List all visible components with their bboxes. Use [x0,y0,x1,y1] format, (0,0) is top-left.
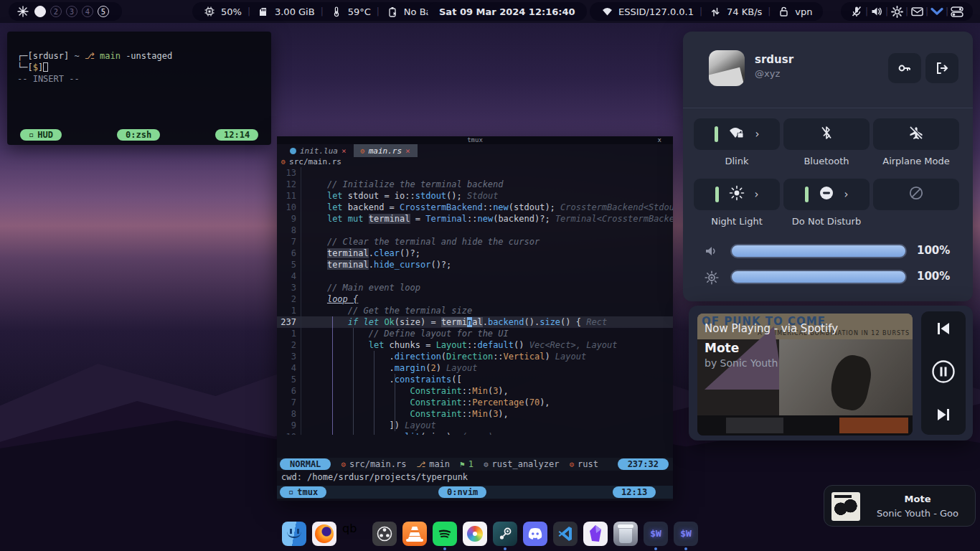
chevron-down-icon[interactable] [930,7,944,16]
dock-item-steam[interactable] [493,522,517,546]
star-icon[interactable] [16,6,30,17]
dock-item-vscode[interactable] [553,522,578,546]
logout-button[interactable] [925,53,958,83]
pause-button[interactable] [931,359,956,387]
close-icon[interactable]: x [658,136,661,144]
workspace-3[interactable]: 3 [66,6,77,17]
dock-item-firefox[interactable] [312,522,336,546]
now-playing-card[interactable]: OF PUNK TO COMEA CHIMERICAL BOMBINATION … [697,314,913,435]
tmux-session-pill[interactable]: ▫tmux [280,486,326,498]
clock[interactable]: Sat 09 Mar 2024 12:16:40 [428,2,587,21]
editor-statusline: NORMAL ⚙src/main.rs ⎇main ⚑1 ⚙rust_analy… [277,458,673,471]
statusline-file: src/main.rs [349,459,406,469]
statusline-branch: main [429,459,450,469]
toggle-bluetooth[interactable] [783,118,870,150]
essid-value: ESSID/127.0.0.1 [618,6,694,17]
toggles-icon[interactable] [950,6,964,17]
notification-title: Mote [866,494,969,504]
tmux-window-pill[interactable]: 0:nvim [438,486,486,498]
code-line: 2 loop { [277,293,673,305]
running-indicator [684,547,687,550]
workspace-1[interactable]: 1 [34,6,46,17]
workspace-2[interactable]: 2 [50,6,62,17]
lsp-gear-icon: ⚙ [484,460,489,469]
close-icon[interactable]: × [341,146,347,156]
brightness-slider[interactable] [730,270,907,284]
toggle-label: Night Light [687,216,787,227]
toggle-dlink[interactable]: › [694,118,780,150]
code-line-current: 237 if let Ok(size) = terminal.backend()… [277,316,673,328]
terminal-window[interactable]: ┌─[srdusr] ~ ⎇ main -unstaged └─[$] -- I… [7,32,271,145]
toggle-label: Do Not Disturb [776,216,877,227]
brightness-slider-row: 100% [683,270,973,286]
notification-popup[interactable]: Mote Sonic Youth - Goo [824,485,976,527]
user-handle: @xyz [755,68,780,79]
settings-gear-icon[interactable] [890,6,904,18]
active-indicator [805,187,809,202]
dock-item-qbittorrent[interactable]: qb [342,522,367,546]
diagnostic-flag-icon: ⚑ [460,460,465,469]
network-status: ESSID/127.0.0.1 | 74 KB/s | vpn [590,2,823,21]
active-indicator [715,187,719,202]
avatar[interactable] [709,50,745,86]
track-title: Mote [705,341,739,355]
key-button[interactable] [888,53,921,83]
mail-icon[interactable] [910,6,924,17]
toggle-do-not-disturb[interactable]: › [783,179,870,210]
breadcrumb: ⚙ src/main.rs [281,157,341,166]
code-line: 8 [277,225,673,236]
cpu-value: 50% [221,6,242,17]
toggle-disabled[interactable] [873,179,959,210]
dock-item-discord[interactable] [523,522,547,546]
pane-icon: ▫ [288,487,293,497]
code-area[interactable]: 1312 // Initialize the terminal backend1… [277,167,673,435]
dock-item-photos[interactable] [463,522,487,546]
dock-item-trash[interactable] [613,522,638,546]
terminal-window-pill[interactable]: 0:zsh [117,129,160,141]
tab-main.rs[interactable]: ⚙main.rs× [354,144,418,157]
terminal-session-pill[interactable]: ▫HUD [20,129,62,141]
desktop: 12345 50% | 3.00 GiB | 59°C | No Bat Sat… [0,0,980,551]
chevron-right-icon[interactable]: › [755,188,759,201]
mic-muted-icon[interactable] [849,6,864,17]
chevron-right-icon[interactable]: › [844,188,849,201]
dock-item-wezterm[interactable]: $W [674,522,698,546]
airplane-off-icon [908,126,924,143]
wifi-icon [600,7,614,16]
workspace-4[interactable]: 4 [82,6,93,17]
tab-init.lua[interactable]: init.lua× [283,144,354,157]
next-track-button[interactable] [936,408,951,425]
running-indicator [654,547,657,550]
tmux-titlebar: tmux x [277,136,673,144]
notification-body: Sonic Youth - Goo [866,508,969,519]
dock-item-vlc[interactable] [402,522,427,546]
vpn-lock-icon [776,6,791,17]
toggle-night-light[interactable]: › [694,179,780,210]
toggle-airplane-mode[interactable] [873,118,959,150]
logout-icon [934,60,950,76]
dock-item-obs[interactable] [372,522,397,546]
chevron-right-icon[interactable]: › [755,128,760,141]
diagnostic-count: 1 [468,459,473,469]
dock-item-obsidian[interactable] [583,522,608,546]
workspace-5[interactable]: 5 [98,6,109,17]
bluetooth-off-icon [820,126,833,143]
dock-item-wezterm[interactable]: $W [644,522,668,546]
toggle-label: Bluetooth [776,156,877,166]
dock-item-files[interactable] [282,522,306,546]
code-line: 10 let backend = CrosstermBackend::new(s… [277,202,673,213]
volume-slider[interactable] [730,244,907,258]
brightness-icon [705,270,719,288]
volume-icon[interactable] [870,6,884,17]
dock-item-spotify[interactable] [433,522,457,546]
close-icon[interactable]: × [405,146,410,156]
previous-track-button[interactable] [936,321,951,339]
code-line: 7 Constraint::Percentage(70), [277,397,673,408]
code-line: 5 terminal.hide_cursor()?; [277,259,673,270]
slider-value: 100% [917,270,950,283]
sun-icon [729,185,745,204]
rust-icon: ⚙ [361,147,365,155]
editor-window[interactable]: tmux x init.lua×⚙main.rs× ⚙ src/main.rs … [277,136,673,501]
system-stats: 50% | 3.00 GiB | 59°C | No Bat [192,2,446,21]
minus-circle-icon [819,185,834,204]
